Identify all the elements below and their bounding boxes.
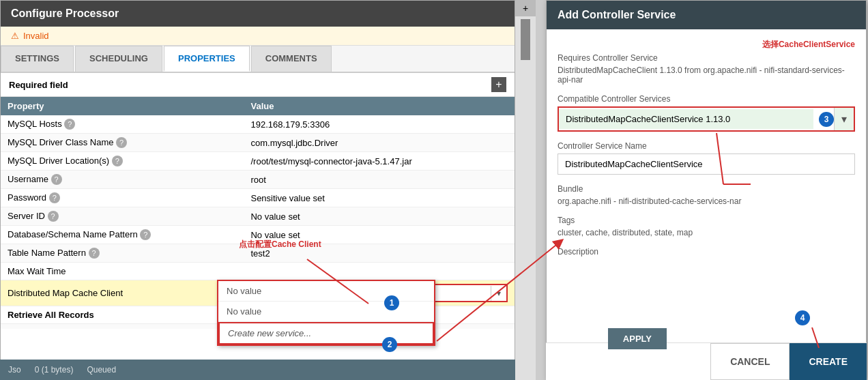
compatible-services-field: Compatible Controller Services Distribut… [558,94,855,132]
table-row: Username ?root [1,171,515,189]
tab-settings[interactable]: SETTINGS [1,46,74,72]
badge-1-container: 1 [379,295,399,310]
invalid-label: Invalid [23,31,49,41]
tab-properties[interactable]: PROPERTIES [164,46,250,72]
property-name-cell: Distributed Map Cache Client [1,280,244,306]
tags-label: Tags [558,216,855,225]
requires-value: DistributedMapCacheClient 1.13.0 from or… [558,65,855,85]
description-label: Description [558,247,855,257]
invalid-bar: ⚠ Invalid [1,27,515,46]
info-icon[interactable]: ? [64,119,75,130]
compatible-select-value[interactable]: DistributedMapCacheClientService 1.13.0 [559,109,813,129]
info-icon[interactable]: ? [112,156,123,166]
table-row: MySQL Driver Location(s) ?/root/test/mys… [1,152,515,171]
required-field-row: Required field + [1,73,515,97]
service-panel-title: Add Controller Service [558,9,676,20]
requires-field: Requires Controller Service DistributedM… [558,53,855,85]
annotation-text: 选择CacheClientService [558,39,855,50]
info-icon[interactable]: ? [51,174,62,185]
property-name-cell: Database/Schema Name Pattern ? [1,226,244,244]
table-row: Server ID ?No value set [1,207,515,226]
tab-scheduling[interactable]: SCHEDULING [75,46,162,72]
info-icon[interactable]: ? [49,192,60,203]
bottom-bar-queued: Queued [87,365,116,375]
property-name-cell: Server ID ? [1,207,244,226]
info-icon[interactable]: ? [89,248,100,259]
table-row: Password ?Sensitive value set [1,189,515,207]
description-field: Description [558,247,855,257]
service-body: 选择CacheClientService Requires Controller… [547,29,866,334]
create-service-item[interactable]: Create new service... [218,322,434,345]
badge-3: 3 [819,112,834,127]
compatible-select-row[interactable]: DistributedMapCacheClientService 1.13.0 … [558,106,855,132]
property-name-cell: Username ? [1,171,244,189]
property-value-cell: /root/test/mysql-connector-java-5.1.47.j… [244,152,515,171]
table-row: Max Wait Time [1,263,515,280]
requires-label: Requires Controller Service [558,53,855,63]
cancel-button[interactable]: CANCEL [710,343,790,380]
scrollbar-track[interactable] [521,19,530,60]
apply-button[interactable]: APPLY [608,328,667,349]
add-controller-service-panel: Add Controller Service 选择CacheClientServ… [546,0,867,380]
property-value-cell: com.mysql.jdbc.Driver [244,134,515,152]
annotation-cache-client: 点击配置Cache Client [239,239,321,250]
tabs-bar: SETTINGS SCHEDULING PROPERTIES COMMENTS [1,46,515,73]
service-name-label: Controller Service Name [558,141,855,151]
bundle-field: Bundle org.apache.nifi - nifi-distribute… [558,184,855,206]
info-icon[interactable]: ? [140,229,151,240]
col-property: Property [1,97,244,115]
table-row: MySQL Hosts ?192.168.179.5:3306 [1,115,515,134]
scrollbar-area: + [515,0,536,380]
required-field-label: Required field [9,80,68,90]
property-name-cell: Include Begin/Commit Events [1,324,244,330]
property-name-cell: MySQL Hosts ? [1,115,244,134]
bundle-label: Bundle [558,184,855,194]
property-value-cell: 192.168.179.5:3306 [244,115,515,134]
compatible-chevron-icon[interactable]: ▾ [834,108,854,130]
service-name-input[interactable] [558,154,855,175]
tags-value: cluster, cache, distributed, state, map [558,228,855,237]
tab-comments[interactable]: COMMENTS [251,46,332,72]
panel-header: Configure Processor [1,1,515,27]
property-name-cell: Table Name Pattern ? [1,244,244,263]
property-name-cell: MySQL Driver Class Name ? [1,134,244,152]
col-value: Value [244,97,515,115]
property-value-cell [244,263,515,280]
service-footer: CANCEL CREATE [546,342,867,380]
property-name-cell: Retrieve All Records [1,306,244,324]
create-button[interactable]: CREATE [790,343,867,380]
property-name-cell: Password ? [1,189,244,207]
property-value-cell: Sensitive value set [244,189,515,207]
warning-icon: ⚠ [11,31,19,41]
scroll-up-btn[interactable]: + [515,0,536,16]
dropdown-item-2[interactable]: No value [218,302,434,322]
info-icon[interactable]: ? [116,137,127,148]
badge-2-container: 2 [377,337,397,352]
table-row: MySQL Driver Class Name ?com.mysql.jdbc.… [1,134,515,152]
badge-1: 1 [384,295,399,310]
compatible-label: Compatible Controller Services [558,94,855,104]
property-name-cell: Max Wait Time [1,263,244,280]
bottom-bar-jso: Jso [8,365,21,375]
badge-2: 2 [382,337,397,352]
add-property-button[interactable]: + [491,77,506,92]
panel-title: Configure Processor [11,8,119,19]
cache-client-dropdown[interactable]: No value No value Create new service... [217,280,435,346]
bottom-bar: Jso 0 (1 bytes) Queued [0,360,515,380]
dropdown-item-1[interactable]: No value [218,281,434,302]
badge-4-container: 4 [790,310,810,325]
bundle-value: org.apache.nifi - nifi-distributed-cache… [558,196,855,206]
property-name-cell: MySQL Driver Location(s) ? [1,152,244,171]
property-value-cell: root [244,171,515,189]
service-panel-header: Add Controller Service [547,1,866,29]
tags-field: Tags cluster, cache, distributed, state,… [558,216,855,237]
bottom-bar-bytes: 0 (1 bytes) [35,365,74,375]
badge-4: 4 [795,310,810,325]
info-icon[interactable]: ? [48,211,59,222]
service-name-field: Controller Service Name [558,141,855,175]
property-value-cell: No value set [244,207,515,226]
